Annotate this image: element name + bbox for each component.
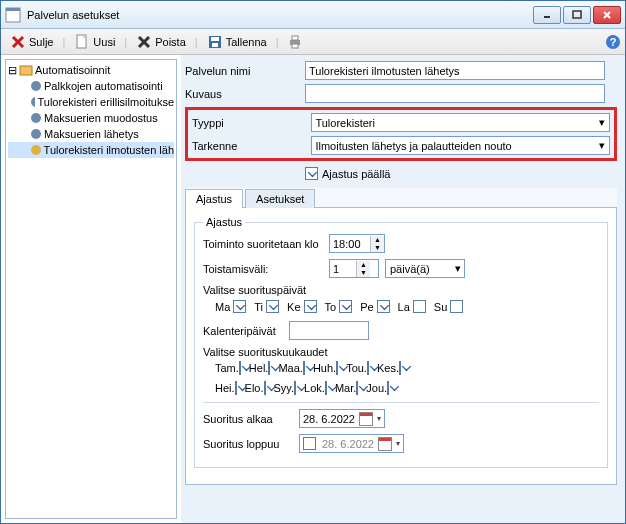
interval-unit-select[interactable]: päivä(ä) ▾ (385, 259, 465, 278)
check-item: Syy. (274, 382, 297, 394)
checkbox[interactable] (367, 361, 369, 375)
checkbox[interactable] (266, 300, 279, 313)
checkbox[interactable] (450, 300, 463, 313)
checkbox[interactable] (336, 361, 338, 375)
schedule-legend: Ajastus (203, 216, 245, 228)
tab-settings[interactable]: Asetukset (245, 189, 315, 208)
delete-button[interactable]: Poista (131, 31, 191, 53)
checkbox[interactable] (264, 381, 266, 395)
tree-item-selected[interactable]: Tulorekisteri ilmotusten läh (8, 142, 174, 158)
check-item: Elo. (245, 382, 266, 394)
maximize-button[interactable] (563, 6, 591, 24)
tree-root[interactable]: ⊟ Automatisoinnit (8, 62, 174, 78)
folder-icon (19, 63, 33, 77)
label-target: Tarkenne (192, 140, 311, 152)
checkbox[interactable] (325, 381, 327, 395)
interval-label: Toistamisväli: (203, 263, 323, 275)
tree-item[interactable]: Maksuerien lähetys (8, 126, 174, 142)
spin-up-icon[interactable]: ▲ (371, 236, 384, 244)
spin-up-icon[interactable]: ▲ (357, 261, 370, 269)
checkbox[interactable] (304, 300, 317, 313)
checkbox[interactable] (413, 300, 426, 313)
checkbox[interactable] (239, 361, 241, 375)
minimize-button[interactable] (533, 6, 561, 24)
check-item: Ma (215, 300, 246, 313)
end-enable-checkbox[interactable] (303, 437, 316, 450)
run-at-time[interactable]: ▲▼ (329, 234, 385, 253)
svg-point-24 (31, 145, 41, 155)
caldays-input[interactable] (289, 321, 369, 340)
help-icon[interactable]: ? (605, 34, 621, 50)
print-button[interactable] (282, 31, 308, 53)
type-select[interactable]: Tulorekisteri ▾ (311, 113, 610, 132)
gear-icon (30, 128, 42, 140)
end-label: Suoritus loppuu (203, 438, 293, 450)
months-label: Valitse suorituskuukaudet (203, 346, 599, 358)
close-window-button[interactable] (593, 6, 621, 24)
tree-item[interactable]: Maksuerien muodostus (8, 110, 174, 126)
schedule-fieldset: Ajastus Toiminto suoritetaan klo ▲▼ Tois… (194, 216, 608, 468)
scheduled-checkbox[interactable] (305, 167, 318, 180)
tree-view[interactable]: ⊟ Automatisoinnit Palkkojen automatisoin… (5, 59, 177, 519)
check-item: Lok. (304, 382, 327, 394)
highlighted-region: Tyyppi Tulorekisteri ▾ Tarkenne Ilmoitus… (185, 107, 617, 161)
calendar-icon (359, 412, 373, 426)
checkbox[interactable] (294, 381, 296, 395)
checkbox[interactable] (387, 381, 389, 395)
checkbox[interactable] (399, 361, 401, 375)
window-title: Palvelun asetukset (27, 9, 533, 21)
target-select[interactable]: Ilmoitusten lähetys ja palautteiden nout… (311, 136, 610, 155)
checkbox[interactable] (268, 361, 270, 375)
checkbox[interactable] (303, 361, 305, 375)
label-description: Kuvaus (185, 88, 305, 100)
checkbox[interactable] (339, 300, 352, 313)
check-item: Pe (360, 300, 389, 313)
check-item: Mar. (335, 382, 358, 394)
tree-item[interactable]: Palkkojen automatisointi (8, 78, 174, 94)
tab-schedule[interactable]: Ajastus (185, 189, 243, 208)
app-icon (5, 7, 21, 23)
checkbox[interactable] (235, 381, 237, 395)
chevron-down-icon: ▾ (396, 439, 400, 448)
spin-down-icon[interactable]: ▼ (371, 244, 384, 252)
save-button[interactable]: Tallenna (202, 31, 272, 53)
toolbar: Sulje | Uusi | Poista | Tallenna | ? (1, 29, 625, 55)
check-item: Kes. (377, 362, 401, 374)
months-row: Tam.Hel.Maa.Huh.Tou.Kes. (215, 362, 599, 374)
check-item: Tam. (215, 362, 241, 374)
gear-icon (30, 96, 35, 108)
new-button[interactable]: Uusi (69, 31, 120, 53)
checkbox[interactable] (233, 300, 246, 313)
calendar-icon (378, 437, 392, 451)
spin-down-icon[interactable]: ▼ (357, 269, 370, 277)
svg-point-21 (31, 97, 35, 107)
checkbox[interactable] (377, 300, 390, 313)
description-input[interactable] (305, 84, 605, 103)
label-service-name: Palvelun nimi (185, 65, 305, 77)
check-item: Hel. (249, 362, 271, 374)
close-icon (10, 34, 26, 50)
tree-item[interactable]: Tulorekisteri erillisilmoitukse (8, 94, 174, 110)
close-button[interactable]: Sulje (5, 31, 58, 53)
new-icon (74, 34, 90, 50)
interval-value[interactable]: ▲▼ (329, 259, 379, 278)
run-at-label: Toiminto suoritetaan klo (203, 238, 323, 250)
check-item: To (325, 300, 353, 313)
content-panel: Palvelun nimi Kuvaus Tyyppi Tulorekister… (181, 55, 625, 523)
svg-rect-12 (211, 37, 219, 41)
svg-point-23 (31, 129, 41, 139)
svg-point-22 (31, 113, 41, 123)
label-type: Tyyppi (192, 117, 311, 129)
service-name-input[interactable] (305, 61, 605, 80)
svg-rect-13 (212, 43, 218, 47)
end-date[interactable]: 28. 6.2022 ▾ (299, 434, 404, 453)
collapse-icon[interactable]: ⊟ (8, 64, 17, 77)
start-label: Suoritus alkaa (203, 413, 293, 425)
chevron-down-icon: ▾ (599, 116, 605, 129)
start-date[interactable]: 28. 6.2022 ▾ (299, 409, 385, 428)
days-label: Valitse suorituspäivät (203, 284, 599, 296)
print-icon (287, 34, 303, 50)
scheduled-label: Ajastus päällä (322, 168, 391, 180)
window: Palvelun asetukset Sulje | Uusi | Poista… (0, 0, 626, 524)
checkbox[interactable] (356, 381, 358, 395)
